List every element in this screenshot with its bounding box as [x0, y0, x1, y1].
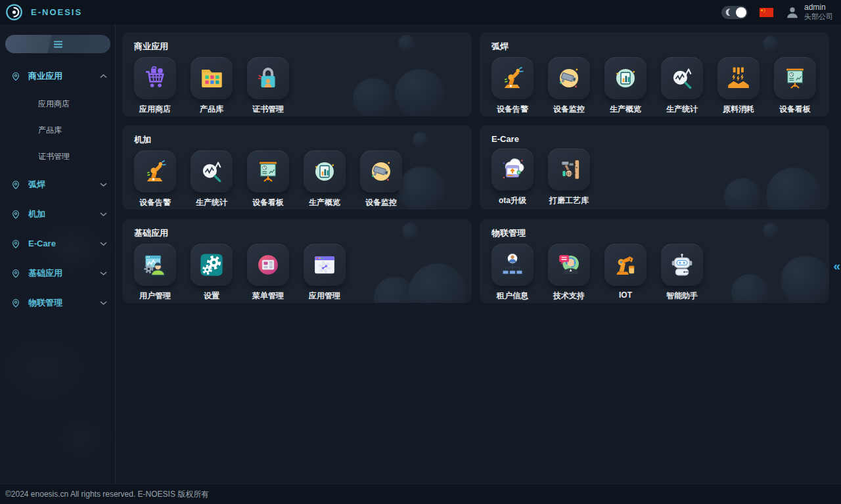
app-production-statistics[interactable]: 生产统计 [191, 150, 233, 208]
robot-arm-alarm-icon [141, 158, 169, 185]
section-card-arc-welding: 弧焊设备告警设备监控生产概览生产统计原料消耗设备看板 [480, 32, 829, 116]
toggle-knob [736, 7, 746, 18]
app-ota-upgrade[interactable]: ota升级 [491, 149, 534, 206]
app-product-library[interactable]: 产品库 [191, 57, 233, 115]
app-iot[interactable]: IOT [604, 244, 647, 302]
app-tile[interactable] [661, 57, 703, 99]
app-tile[interactable] [604, 57, 647, 99]
launcher-column-right: 弧焊设备告警设备监控生产概览生产统计原料消耗设备看板E-Careota升级打磨工… [480, 32, 829, 484]
app-user-management[interactable]: 用户管理 [134, 244, 176, 302]
app-header: E-NOESIS [0, 0, 841, 24]
app-tile[interactable] [247, 57, 289, 99]
app-smart-assistant[interactable]: 智能助手 [661, 244, 703, 302]
app-device-dashboard[interactable]: 设备看板 [774, 57, 816, 115]
app-label: 应用管理 [309, 290, 340, 302]
app-menu-management[interactable]: 菜单管理 [247, 244, 289, 302]
brand-name: E-NOESIS [31, 7, 82, 17]
app-tile[interactable] [134, 150, 176, 193]
panel-collapse-button[interactable]: « [833, 260, 840, 272]
sidebar-subitem-app-store[interactable]: 应用商店 [0, 91, 115, 117]
product-folder-icon [198, 64, 225, 92]
app-app-store[interactable]: 应用商店 [134, 57, 176, 115]
app-tile[interactable] [247, 150, 289, 193]
app-launcher: 商业应用应用商店产品库证书管理机加设备告警生产统计设备看板生产概览设备监控基础应… [116, 24, 841, 484]
app-settings[interactable]: 设置 [191, 244, 233, 302]
app-tile[interactable] [774, 57, 816, 99]
app-label: 生产概览 [309, 197, 340, 208]
app-grinding-process-library[interactable]: 打磨工艺库 [548, 149, 590, 206]
app-label: 证书管理 [252, 104, 284, 115]
theme-toggle[interactable] [721, 6, 748, 19]
app-device-alarm[interactable]: 设备告警 [134, 150, 176, 208]
sidebar-item-business-apps[interactable]: 商业应用 [0, 61, 115, 91]
app-tech-support[interactable]: 技术支持 [548, 244, 590, 302]
sidebar-item-iot-management[interactable]: 物联管理 [0, 288, 115, 317]
app-tile[interactable] [191, 57, 233, 99]
sidebar-item-arc-welding[interactable]: 弧焊 [0, 170, 115, 199]
app-device-monitoring[interactable]: 设备监控 [548, 57, 590, 115]
app-tile[interactable] [134, 57, 176, 99]
app-production-statistics[interactable]: 生产统计 [661, 57, 703, 115]
app-label: 菜单管理 [252, 290, 284, 302]
section-card-business-apps: 商业应用应用商店产品库证书管理 [122, 32, 472, 116]
menu-management-icon [254, 251, 282, 279]
location-pin-icon [11, 179, 21, 190]
app-certificate-management[interactable]: 证书管理 [247, 57, 289, 115]
app-label: 设备看板 [252, 197, 284, 208]
app-label: 生产统计 [196, 197, 227, 208]
sidebar-item-e-care[interactable]: E-Care [0, 229, 115, 258]
grinding-tool-icon [555, 156, 583, 183]
app-device-alarm[interactable]: 设备告警 [491, 57, 534, 115]
location-pin-icon [11, 268, 21, 279]
app-tenant-info[interactable]: 租户信息 [491, 244, 534, 302]
sidebar-item-basic-apps[interactable]: 基础应用 [0, 258, 115, 288]
section-card-basic-apps: 基础应用用户管理设置菜单管理应用管理 [122, 219, 472, 303]
copyright-text: ©2024 enoesis.cn All rights reserved. E-… [5, 489, 209, 500]
china-flag-icon[interactable] [760, 8, 773, 17]
sidebar-subitem-certificate-management[interactable]: 证书管理 [0, 143, 115, 170]
app-tile[interactable] [191, 244, 233, 286]
section-title: 物联管理 [491, 227, 817, 239]
sidebar-collapse-button[interactable] [5, 35, 110, 53]
app-tile[interactable] [604, 244, 647, 286]
app-tile[interactable] [304, 244, 346, 286]
app-tile[interactable] [134, 244, 176, 286]
tech-support-icon [555, 251, 583, 279]
app-production-overview[interactable]: 生产概览 [604, 57, 647, 115]
app-tile[interactable] [717, 57, 760, 99]
camera-monitor-icon [555, 64, 583, 92]
user-menu[interactable]: admin 头部公司 [785, 3, 833, 22]
user-company: 头部公司 [804, 12, 833, 22]
app-device-dashboard[interactable]: 设备看板 [247, 150, 289, 208]
sidebar-subitem-product-library[interactable]: 产品库 [0, 117, 115, 143]
app-tile[interactable] [491, 244, 534, 286]
app-tile[interactable] [548, 244, 590, 286]
app-tile[interactable] [491, 149, 534, 191]
app-production-overview[interactable]: 生产概览 [304, 150, 346, 208]
dashboard-board-icon [254, 158, 282, 185]
section-card-iot-management: 物联管理租户信息技术支持IOT智能助手 [480, 219, 829, 303]
app-tile[interactable] [548, 149, 590, 191]
app-tile[interactable] [491, 57, 534, 99]
app-material-consumption[interactable]: 原料消耗 [717, 57, 760, 115]
tile-row: ota升级打磨工艺库 [491, 149, 817, 206]
sidebar-item-label: 弧焊 [28, 179, 93, 191]
app-app-management[interactable]: 应用管理 [304, 244, 346, 302]
sidebar-item-machining[interactable]: 机加 [0, 199, 115, 229]
app-label: 技术支持 [553, 290, 585, 302]
app-tile[interactable] [360, 150, 402, 193]
tile-row: 设备告警生产统计设备看板生产概览设备监控 [134, 150, 460, 208]
app-tile[interactable] [661, 244, 703, 286]
settings-gear-icon [198, 251, 225, 279]
app-label: 设备告警 [139, 197, 171, 208]
section-title: 商业应用 [134, 41, 460, 53]
app-tile[interactable] [247, 244, 289, 286]
app-tile[interactable] [304, 150, 346, 193]
app-label: 生产概览 [610, 104, 641, 115]
chevron-down-icon [100, 271, 107, 276]
iot-robot-arm-icon [612, 251, 639, 279]
app-tile[interactable] [548, 57, 590, 99]
app-device-monitoring[interactable]: 设备监控 [360, 150, 402, 208]
camera-monitor-icon [367, 158, 395, 185]
app-tile[interactable] [191, 150, 233, 193]
